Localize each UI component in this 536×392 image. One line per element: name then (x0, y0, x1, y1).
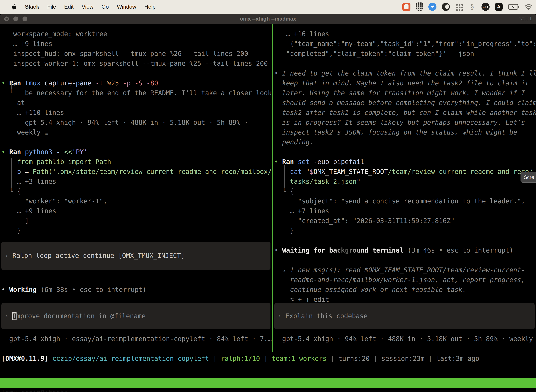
text-segment: "completed","claim_token":"claim-token"}… (274, 50, 474, 57)
text-segment: '{"team_name":"my-team","task_id":"1","f… (274, 40, 536, 48)
text-segment: 'PY' (72, 148, 88, 156)
a-badge-menubar-icon[interactable]: A (495, 3, 502, 11)
text-segment: keep that in mind. Maybe I also need the… (274, 79, 529, 87)
terminal-row: … +3 lines (1, 177, 272, 187)
text-segment: └ (1, 89, 25, 97)
window-title-bar: omx --xhigh --madmax ⌥⌘1 (0, 14, 536, 24)
text-segment: … +7 lines (274, 207, 329, 215)
terminal-row: • I need to get the claim token from the… (274, 69, 536, 78)
terminal-row: } (1, 226, 272, 236)
text-segment: -S (131, 79, 143, 87)
menu-file[interactable]: File (47, 4, 56, 10)
text-segment: ↳ (274, 266, 290, 274)
menu-edit[interactable]: Edit (64, 4, 73, 10)
text-segment (302, 168, 306, 175)
text-segment: Ran (282, 158, 294, 166)
text-segment (404, 247, 407, 254)
text-segment: • (274, 70, 282, 77)
text-segment: ⌥ + ↑ edit (274, 296, 329, 303)
crescent-menubar-icon[interactable] (442, 3, 450, 11)
terminal-row: '{"team_name":"my-team","task_id":"1","f… (274, 39, 536, 49)
terminal-row: • Ran set -euo pipefail (274, 157, 536, 167)
output-connector-line (11, 84, 12, 89)
wifi-icon[interactable] (525, 3, 533, 11)
text-segment: ] (1, 217, 29, 225)
text-segment: << (64, 148, 72, 156)
terminal-row: at (1, 98, 272, 108)
battery-icon[interactable] (508, 3, 519, 11)
text-segment: • (274, 247, 282, 254)
menu-app-name[interactable]: Slack (25, 4, 39, 10)
text-segment (29, 168, 33, 175)
right-prompt-input[interactable]: › Explain this codebase (274, 303, 535, 329)
text-segment (21, 79, 25, 87)
text-segment: … +9 lines (1, 40, 53, 48)
text-segment: | (260, 355, 272, 362)
text-segment: - (53, 148, 60, 156)
text-segment: └ (274, 187, 290, 195)
text-segment: from pathlib import Path (1, 158, 111, 166)
menu-view[interactable]: View (81, 4, 93, 10)
terminal-row: • Ran python3 - <<'PY' (1, 147, 272, 157)
text-segment: inspect_hud: omx sparkshell --tmux-pane … (1, 50, 248, 57)
squiggle-menubar-icon[interactable]: § (468, 3, 476, 11)
text-segment: └ (1, 187, 17, 195)
battery-bolt-icon (512, 5, 515, 9)
terminal-row: … +7 lines (274, 206, 536, 216)
menu-help[interactable]: Help (144, 4, 156, 10)
text-segment: "worker": "worker-1", (1, 197, 107, 205)
text-segment: " (357, 178, 360, 185)
terminal-row: … +9 lines (1, 206, 272, 216)
blue-badge-menubar-icon[interactable] (428, 3, 436, 11)
badge-61-menubar-icon[interactable]: ..61 (482, 3, 490, 11)
menu-window[interactable]: Window (117, 4, 136, 10)
tmux-session-window: [omx-cczip0:bash* (1, 388, 68, 392)
left-prompt-input[interactable]: › Improve documentation in @filename (1, 303, 270, 329)
text-segment: Ran (9, 148, 21, 156)
terminal-row: gpt-5.4 xhigh · 94% left · 488K in · 5.1… (274, 334, 536, 344)
text-segment: I (13, 312, 16, 320)
text-segment: Working (9, 286, 37, 294)
terminal-row: ↳ 1 new msg(s): read $OMX_TEAM_STATE_ROO… (274, 265, 536, 275)
text-segment: | (326, 355, 338, 362)
terminal-row: inspect_worker-1: omx sparkshell --tmux-… (1, 59, 272, 69)
terminal-row: … +16 lines (274, 29, 536, 39)
terminal-row: └ { (274, 187, 536, 196)
text-segment (294, 158, 298, 166)
terminal-row: cat "$OMX_TEAM_STATE_ROOT/team/review-cu… (274, 167, 536, 177)
text-segment (1, 168, 17, 175)
tmux-pane-divider[interactable] (272, 24, 273, 352)
text-segment: | (370, 355, 381, 362)
menu-go[interactable]: Go (101, 4, 109, 10)
text-segment: 1 new msg(s): read $OMX_TEAM_STATE_ROOT/… (290, 266, 525, 274)
terminal-row: tasks/task-2.json" (274, 177, 536, 187)
shield-grid-menubar-icon[interactable] (416, 2, 423, 11)
terminal-area: workspace_mode: worktree … +9 lines insp… (0, 24, 536, 392)
terminal-row: "completed","claim_token":"claim-token"}… (274, 49, 536, 59)
terminal-row: • Ran tmux capture-pane -t %25 -p -S -80 (1, 78, 272, 88)
text-segment: Path('.omx/state/team/review-current-rea… (33, 168, 272, 175)
terminal-right-pane: … +16 lines '{"team_name":"my-team","tas… (274, 29, 536, 392)
terminal-row: from pathlib import Path (1, 157, 272, 167)
text-segment: -80 (143, 79, 158, 87)
text-segment: -euo pipefail (310, 158, 364, 166)
text-segment: "subject": "send a concise recommendatio… (274, 197, 525, 205)
text-segment: at (1, 99, 25, 107)
terminal-row: pending. (274, 137, 536, 147)
text-segment: • (1, 148, 9, 156)
terminal-row: keep that in mind. Maybe I also need the… (274, 78, 536, 88)
text-segment (60, 148, 64, 156)
chat-app-menubar-icon[interactable] (402, 3, 411, 11)
window-title: omx --xhigh --madmax (0, 14, 536, 24)
text-segment: | (425, 355, 436, 362)
text-segment: later. Using the same for transition mig… (274, 89, 525, 97)
text-segment: [OMX#0.11.9] (1, 355, 48, 362)
dots-grid-menubar-icon[interactable] (455, 3, 463, 11)
text-segment: -t (91, 79, 103, 87)
apple-menu-icon[interactable] (12, 4, 17, 10)
text-segment: cat (290, 168, 302, 175)
text-segment: Explain this codebase (285, 312, 368, 320)
text-segment: gpt-5.4 xhigh · 94% left · 488K in · 5.1… (1, 119, 248, 126)
text-segment: … +3 lines (1, 178, 56, 185)
left-prompt-text: › Improve documentation in @filename (5, 311, 270, 321)
